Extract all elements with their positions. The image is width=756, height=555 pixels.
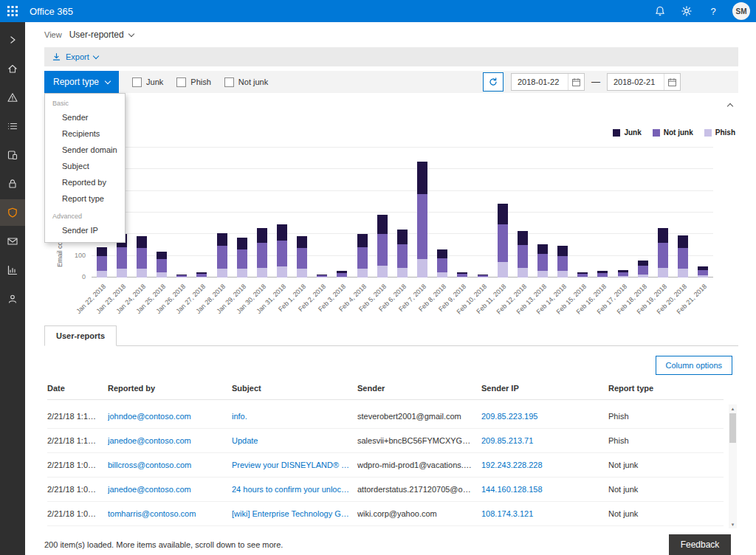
stacked-bar[interactable] <box>317 275 327 278</box>
column-header[interactable]: Subject <box>232 384 357 393</box>
subject-link[interactable]: [wiki] Enterprise Technology Group >... <box>232 509 357 518</box>
stacked-bar[interactable] <box>377 215 388 278</box>
sidebar-item-alerts[interactable] <box>0 84 25 111</box>
stacked-bar[interactable] <box>397 230 408 278</box>
start-date-field[interactable]: 2018-01-22 <box>511 73 585 91</box>
sender-ip-link[interactable]: 209.85.223.195 <box>481 412 608 421</box>
table-row[interactable]: 2/21/18 1:17 PMjohndoe@contoso.cominfo.s… <box>47 404 724 429</box>
table-row[interactable]: 2/21/18 1:04 PMtomharris@contoso.com[wik… <box>47 502 724 526</box>
stacked-bar[interactable] <box>277 224 287 278</box>
checkbox-box[interactable] <box>176 77 186 87</box>
column-header[interactable]: Sender IP <box>481 384 608 393</box>
sidebar-item-threat-management[interactable] <box>0 199 25 226</box>
stacked-bar[interactable] <box>678 235 688 278</box>
stacked-bar[interactable] <box>157 252 167 278</box>
view-selector[interactable]: User-reported <box>69 30 134 40</box>
stacked-bar[interactable] <box>597 271 608 278</box>
stacked-bar[interactable] <box>498 204 508 278</box>
table-scrollbar[interactable]: ▲ ▼ <box>729 404 737 528</box>
stacked-bar[interactable] <box>457 272 467 278</box>
sidebar-expand-button[interactable] <box>0 27 25 53</box>
sender-ip-link[interactable]: 209.85.213.71 <box>481 436 608 445</box>
refresh-button[interactable] <box>483 72 504 92</box>
reported-by-link[interactable]: tomharris@contoso.com <box>108 509 232 518</box>
stacked-bar[interactable] <box>537 244 548 278</box>
tab-user-reports[interactable]: User-reports <box>44 325 117 346</box>
menu-item[interactable]: Subject <box>45 158 125 174</box>
start-date-calendar-button[interactable] <box>568 74 584 90</box>
end-date-calendar-button[interactable] <box>664 74 680 90</box>
column-header[interactable]: Reported by <box>108 384 232 393</box>
stacked-bar[interactable] <box>176 275 187 278</box>
sender-ip-link[interactable]: 108.174.3.121 <box>481 509 608 518</box>
reported-by-link[interactable]: billcross@contoso.com <box>108 461 232 469</box>
app-launcher-button[interactable] <box>0 0 25 22</box>
stacked-bar[interactable] <box>137 236 147 278</box>
stacked-bar[interactable] <box>437 249 447 278</box>
collapse-chart-button[interactable] <box>724 100 737 110</box>
column-header[interactable]: Sender <box>357 384 481 393</box>
stacked-bar[interactable] <box>357 234 368 278</box>
checkbox-box[interactable] <box>224 77 234 87</box>
sidebar-item-mail-flow[interactable] <box>0 228 25 255</box>
reported-by-link[interactable]: johndoe@contoso.com <box>108 412 232 421</box>
sidebar-item-permissions[interactable] <box>0 170 25 197</box>
stacked-bar[interactable] <box>237 238 247 278</box>
reported-by-link[interactable]: janedoe@contoso.com <box>108 436 232 445</box>
column-options-button[interactable]: Column options <box>656 356 732 375</box>
stacked-bar[interactable] <box>638 261 648 278</box>
stacked-bar[interactable] <box>698 266 708 278</box>
sidebar-item-home[interactable] <box>0 55 25 82</box>
menu-item[interactable]: Reported by <box>45 174 125 190</box>
stacked-bar[interactable] <box>97 247 107 278</box>
filter-checkbox[interactable]: Phish <box>176 77 211 87</box>
avatar[interactable]: SM <box>732 2 750 20</box>
subject-link[interactable]: 24 hours to confirm your unlock requ... <box>232 485 357 494</box>
menu-item[interactable]: Recipients <box>45 125 125 142</box>
stacked-bar[interactable] <box>337 271 347 278</box>
scrollbar-thumb[interactable] <box>729 413 736 443</box>
report-type-button[interactable]: Report type <box>44 71 119 93</box>
scrollbar-up-arrow[interactable]: ▲ <box>729 404 737 413</box>
sidebar-item-service-assurance[interactable] <box>0 286 25 312</box>
end-date-value[interactable]: 2018-02-21 <box>608 77 664 86</box>
column-header[interactable]: Date <box>47 384 108 393</box>
stacked-bar[interactable] <box>557 246 568 278</box>
stacked-bar[interactable] <box>217 233 227 278</box>
table-row[interactable]: 2/21/18 1:13 PMjanedoe@contoso.comUpdate… <box>47 429 724 453</box>
start-date-value[interactable]: 2018-01-22 <box>512 77 568 86</box>
filter-checkbox[interactable]: Junk <box>132 77 163 87</box>
stacked-bar[interactable] <box>257 228 267 278</box>
stacked-bar[interactable] <box>478 275 488 278</box>
stacked-bar[interactable] <box>658 228 668 278</box>
notifications-button[interactable] <box>653 4 667 18</box>
feedback-button[interactable]: Feedback <box>669 534 731 555</box>
menu-item[interactable]: Sender <box>45 109 125 125</box>
help-button[interactable]: ? <box>706 4 721 18</box>
sidebar-item-reports[interactable] <box>0 257 25 283</box>
end-date-field[interactable]: 2018-02-21 <box>607 73 681 91</box>
sidebar-item-devices[interactable] <box>0 142 25 168</box>
table-row[interactable]: 2/21/18 1:07 PMbillcross@contoso.comPrev… <box>47 453 724 478</box>
stacked-bar[interactable] <box>417 162 427 278</box>
subject-link[interactable]: Preview your DISNEYLAND® Resort p... <box>232 461 357 469</box>
sender-ip-link[interactable]: 144.160.128.158 <box>481 485 608 494</box>
export-button[interactable]: Export <box>52 52 98 62</box>
stacked-bar[interactable] <box>196 272 207 278</box>
menu-item[interactable]: Report type <box>45 190 125 207</box>
menu-item[interactable]: Sender domain <box>45 142 125 158</box>
stacked-bar[interactable] <box>297 236 307 278</box>
scrollbar-down-arrow[interactable]: ▼ <box>729 520 737 528</box>
stacked-bar[interactable] <box>577 272 588 278</box>
subject-link[interactable]: Update <box>232 436 357 445</box>
reported-by-link[interactable]: janedoe@contoso.com <box>108 485 232 494</box>
stacked-bar[interactable] <box>518 231 528 278</box>
checkbox-box[interactable] <box>132 77 142 87</box>
stacked-bar[interactable] <box>618 270 628 278</box>
column-header[interactable]: Report type <box>608 384 724 393</box>
filter-checkbox[interactable]: Not junk <box>224 77 268 87</box>
sender-ip-link[interactable]: 192.243.228.228 <box>481 461 608 469</box>
menu-item[interactable]: Sender IP <box>45 222 125 238</box>
settings-button[interactable] <box>679 4 694 18</box>
sidebar-item-policies[interactable] <box>0 113 25 139</box>
